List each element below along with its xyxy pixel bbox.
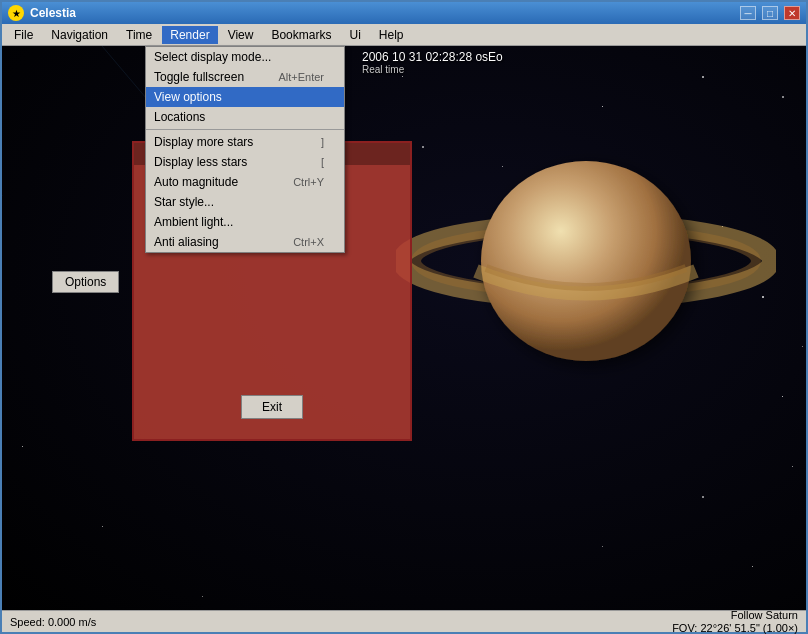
menu-ui[interactable]: Ui [341,26,368,44]
menu-time[interactable]: Time [118,26,160,44]
menu-help[interactable]: Help [371,26,412,44]
dropdown-ambient-light[interactable]: Ambient light... [146,212,344,232]
main-view: ox Exit Options 2006 10 31 02:28:28 osEo… [2,46,806,610]
dropdown-star-style[interactable]: Star style... [146,192,344,212]
datetime-value: 2006 10 31 02:28:28 osEo [362,50,503,64]
window-title: Celestia [30,6,734,20]
svg-point-14 [481,161,691,361]
dropdown-view-options[interactable]: View options [146,87,344,107]
menu-render[interactable]: Render [162,26,217,44]
dropdown-display-less-stars[interactable]: Display less stars [ [146,152,344,172]
realtime-label: Real time [362,64,503,75]
app-icon: ★ [8,5,24,21]
menu-view[interactable]: View [220,26,262,44]
dropdown-toggle-fullscreen[interactable]: Toggle fullscreen Alt+Enter [146,67,344,87]
menu-bar: File Navigation Time Render View Bookmar… [2,24,806,46]
menu-bookmarks[interactable]: Bookmarks [263,26,339,44]
datetime-display: 2006 10 31 02:28:28 osEo Real time [362,50,503,75]
menu-file[interactable]: File [6,26,41,44]
close-button[interactable]: ✕ [784,6,800,20]
dropdown-display-more-stars[interactable]: Display more stars ] [146,132,344,152]
maximize-button[interactable]: □ [762,6,778,20]
follow-target: Follow Saturn [731,609,798,621]
status-bar: Speed: 0.000 m/s Follow Saturn FOV: 22°2… [2,610,806,632]
dropdown-auto-magnitude[interactable]: Auto magnitude Ctrl+Y [146,172,344,192]
dropdown-locations[interactable]: Locations [146,107,344,127]
options-button[interactable]: Options [52,271,119,293]
exit-button[interactable]: Exit [241,395,303,419]
speed-display: Speed: 0.000 m/s [10,616,96,628]
render-dropdown: Select display mode... Toggle fullscreen… [145,46,345,253]
dropdown-anti-aliasing[interactable]: Anti aliasing Ctrl+X [146,232,344,252]
app-window: ★ Celestia ─ □ ✕ File Navigation Time Re… [0,0,808,634]
fov-display: FOV: 22°26' 51.5" (1.00×) [672,622,798,634]
minimize-button[interactable]: ─ [740,6,756,20]
separator-1 [146,129,344,130]
saturn-planet [396,76,776,426]
dropdown-select-display-mode[interactable]: Select display mode... [146,47,344,67]
title-bar: ★ Celestia ─ □ ✕ [2,2,806,24]
menu-navigation[interactable]: Navigation [43,26,116,44]
